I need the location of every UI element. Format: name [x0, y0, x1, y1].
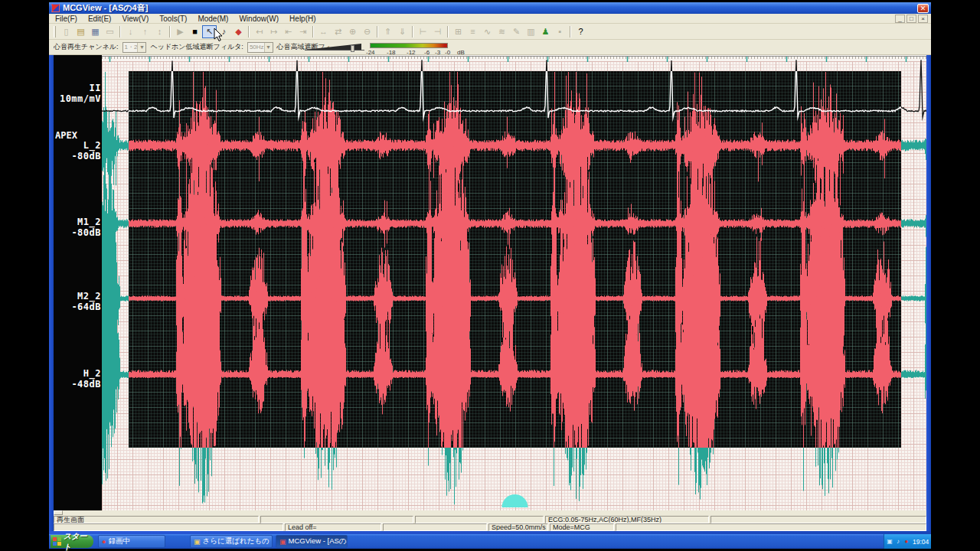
expand-time-icon: ↔ [316, 25, 331, 38]
menu-tools[interactable]: Tools(T) [159, 15, 187, 23]
taskbar: スタート ▣♪●19:04 ●録画中▣さらに選ばれたもの▣MCGView - [… [49, 534, 931, 549]
new-icon: ▯ [59, 25, 74, 38]
menu-edit[interactable]: Edit(E) [88, 15, 112, 23]
measure-end-icon: ⊣ [430, 25, 445, 38]
toolbar-separator [447, 26, 449, 37]
close-button[interactable]: ✕ [917, 4, 929, 13]
status-row-1: 再生画面ECG:0.05-75Hz,AC(60Hz),MF(35Hz) [54, 516, 926, 523]
task-icon: ▣ [194, 538, 201, 546]
measure-start-icon: ⊢ [416, 25, 430, 38]
patient-icon[interactable]: ♟ [538, 25, 553, 38]
chevron-down-icon: ▼ [264, 43, 273, 52]
toolbar-separator [312, 26, 314, 37]
channel-label-ecg: II 10mm/mV [60, 83, 101, 104]
prev-page-icon: ↤ [252, 25, 266, 38]
channel-label-l2: L_2 -80dB [71, 140, 101, 161]
task-label: さらに選ばれたもの [203, 536, 270, 546]
menu-mode[interactable]: Mode(M) [198, 15, 228, 23]
menu-help[interactable]: Help(H) [289, 15, 315, 23]
status-panel: 再生画面 [54, 516, 259, 523]
mark-up-icon: ↑ [138, 25, 152, 38]
task-icon: ▣ [279, 538, 286, 546]
save-icon[interactable]: ▦ [88, 25, 103, 38]
jump-icon[interactable]: ◆ [231, 25, 246, 38]
gain-up-icon: ⇑ [381, 25, 395, 38]
toolbar-separator [119, 26, 121, 37]
next-page-icon: ↦ [266, 25, 281, 38]
channel-label-h2: H_2 -48dB [71, 368, 101, 390]
app-icon [51, 4, 60, 12]
report-icon: ▥ [524, 25, 538, 38]
channel-label-m2-2: M2_2 -64dB [71, 291, 101, 312]
status-panel-empty [383, 523, 487, 531]
help-icon[interactable]: ? [573, 25, 588, 38]
open-icon[interactable]: ▤ [74, 25, 88, 38]
compress-time-icon: ⇄ [331, 25, 345, 38]
toolbar-separator [169, 26, 171, 37]
status-row-2: Lead off=Speed=50.0mm/sMode=MCG [54, 523, 926, 531]
audio-toolbar: 心音再生チャンネル: 1・2 ▼ ヘッドホン低域遮断フィルタ: 50Hz ▼ 心… [49, 40, 931, 55]
toolbar-separator [412, 26, 413, 37]
zoom-in-icon: ⊕ [345, 25, 360, 38]
taskbar-clock: 19:04 [913, 538, 929, 546]
settings-icon: ▪ [553, 25, 567, 38]
start-button[interactable]: スタート [51, 535, 93, 548]
status-panel-empty [415, 516, 544, 523]
gain-down-icon: ⇓ [395, 25, 410, 38]
channel-label-m1-2: M1_2 -80dB [71, 217, 101, 238]
status-panel-empty [710, 516, 926, 523]
status-panel: Lead off= [285, 523, 381, 531]
filter-icon: ≋ [495, 25, 509, 38]
task-folder[interactable]: ▣さらに選ばれたもの [190, 535, 273, 548]
status-panel: Speed=50.0mm/s [488, 523, 548, 531]
task-label: MCGView - [ASの4... [289, 536, 348, 546]
status-bar: 再生画面ECG:0.05-75Hz,AC(60Hz),MF(35Hz) Lead… [54, 510, 926, 531]
mdi-restore-button[interactable]: □ [906, 15, 916, 23]
stop-icon[interactable]: ■ [188, 25, 202, 38]
headphone-filter-label: ヘッドホン低域遮断フィルタ: [150, 42, 243, 52]
channel-label-column: II 10mm/mV APEX L_2 -80dB M1_2 -80dB M2_… [54, 55, 102, 510]
status-panel-empty [616, 523, 926, 531]
grid-icon: ⊞ [451, 25, 466, 38]
task-recording[interactable]: ●録画中 [98, 535, 165, 548]
status-panel: Mode=MCG [550, 523, 614, 531]
status-panel-empty [260, 516, 413, 523]
headphone-filter-select[interactable]: 50Hz ▼ [247, 42, 273, 53]
channel-site-apex: APEX [55, 130, 77, 141]
list-icon: ≡ [466, 25, 480, 38]
tray-display-icon[interactable]: ▣ [886, 538, 893, 545]
wave-icon: ∿ [480, 25, 495, 38]
toolbar-separator [248, 26, 250, 37]
mdi-minimize-button[interactable]: _ [895, 15, 905, 23]
annotate-icon: ✎ [509, 25, 524, 38]
title-bar: MCGView - [ASの4音] ✕ [49, 2, 931, 14]
volume-slider-thumb[interactable] [351, 45, 354, 52]
toolbar-separator [377, 26, 378, 37]
menu-view[interactable]: View(V) [122, 15, 149, 23]
mouse-cursor [214, 28, 224, 43]
windows-logo-icon [53, 537, 61, 546]
status-grip [54, 510, 63, 515]
zoom-out-icon: ⊖ [360, 25, 374, 38]
menu-file[interactable]: File(F) [55, 15, 77, 23]
main-toolbar: ▯▤▦▭↓↑↕▶■↖♪◆↤↦⇤⇥↔⇄⊕⊖⇑⇓⊢⊣⊞≡∿≋✎▥♟▪? [49, 24, 931, 40]
tray-volume-icon[interactable]: ♪ [894, 538, 902, 545]
task-icon: ● [102, 538, 106, 546]
mdi-controls: _ □ × [895, 15, 928, 23]
tray-record-icon[interactable]: ● [903, 538, 910, 545]
play-channel-select[interactable]: 1・2 ▼ [122, 42, 147, 53]
chevron-down-icon: ▼ [137, 43, 145, 52]
menu-window[interactable]: Window(W) [239, 15, 279, 23]
first-page-icon: ⇤ [281, 25, 296, 38]
status-panel-empty [54, 523, 283, 531]
system-tray: ▣♪●19:04 [884, 534, 931, 549]
window-border-right [926, 55, 931, 531]
toolbar-separator [570, 26, 571, 37]
menu-bar: File(F) Edit(E) View(V) Tools(T) Mode(M)… [49, 14, 931, 24]
mark-both-icon: ↕ [152, 25, 167, 38]
volume-slider[interactable] [305, 44, 364, 51]
toolbar-grip [54, 26, 56, 37]
mdi-close-button[interactable]: × [918, 15, 928, 23]
task-mcgview[interactable]: ▣MCGView - [ASの4... [276, 535, 348, 548]
waveform-canvas[interactable] [102, 55, 926, 510]
